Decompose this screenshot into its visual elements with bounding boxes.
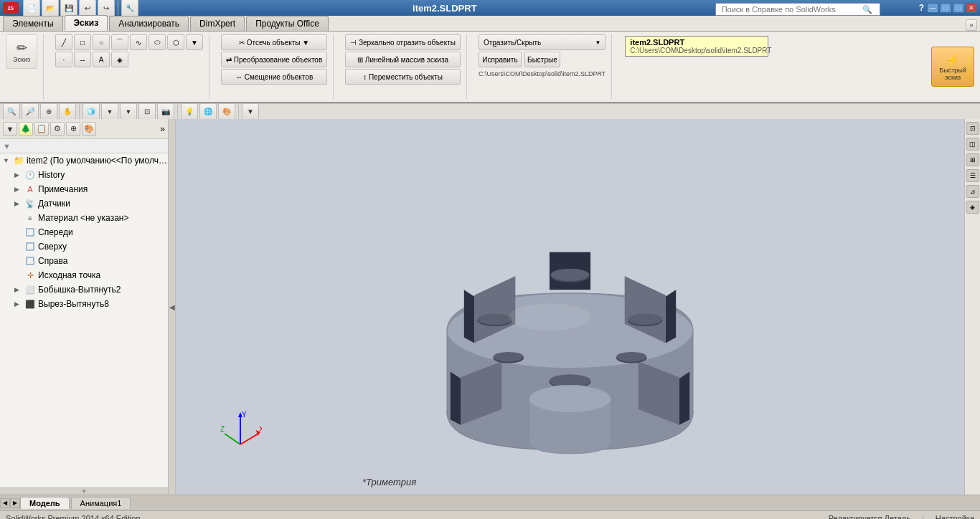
lighting-btn[interactable]: 💡 (181, 103, 198, 120)
file-info-area: item2.SLDPRT C:\Users\COM\Desktop\solid\… (623, 34, 770, 99)
svg-rect-1 (27, 243, 34, 250)
filter-icon: ▼ (3, 142, 11, 151)
tab-dimxpert[interactable]: DimXpert (190, 16, 245, 31)
tab-eskiz[interactable]: Эскиз (65, 15, 108, 31)
btn-spline[interactable]: ∿ (130, 34, 147, 50)
tree-top-item[interactable]: Сверху (0, 239, 168, 254)
sidebar-filter-btn[interactable]: ▼ (3, 122, 17, 136)
btn-circle[interactable]: ○ (93, 34, 110, 50)
btn-otsech[interactable]: ✂ Отсечь объекты ▼ (221, 34, 327, 50)
scroll-right-btn[interactable]: ▶ (10, 498, 20, 508)
btn-mirror[interactable]: ⊣ Зеркально отразить объекты (345, 34, 461, 50)
tree-front-item[interactable]: Спереди (0, 225, 168, 239)
tree-annotations-item[interactable]: ▶ A Примечания (0, 182, 168, 196)
ribbon-group-tools: Отразить/Скрыть ▼ Исправить Быстрые C:\U… (479, 34, 612, 99)
btn-arc[interactable]: ⌒ (111, 34, 128, 50)
sidebar-expand-btn[interactable]: » (160, 124, 165, 134)
appearance-btn[interactable]: 🎨 (218, 103, 235, 120)
btn-eskiz[interactable]: ✏ Эскиз (6, 34, 37, 69)
close-btn[interactable]: ✕ (966, 3, 977, 13)
rebuild-btn[interactable]: 🔧 (121, 0, 138, 16)
material-label: Материал <не указан> (38, 213, 165, 223)
btn-preobr[interactable]: ⇄ Преобразование объектов (221, 52, 327, 67)
tree-boss-item[interactable]: ▶ ⬜ Бобышка-Вытянуть2 (0, 282, 168, 297)
tab-office[interactable]: Продукты Office (246, 16, 329, 31)
btn-polygon[interactable]: ⬡ (167, 34, 184, 50)
open-btn[interactable]: 📂 (42, 0, 59, 16)
expander-root: ▼ (3, 157, 13, 164)
zoom-out-btn[interactable]: 🔎 (22, 103, 39, 120)
tab-model[interactable]: Модель (20, 497, 70, 509)
tree-cut-item[interactable]: ▶ ⬛ Вырез-Вытянуть8 (0, 297, 168, 311)
tree-material-item[interactable]: ≡ Материал <не указан> (0, 211, 168, 225)
btn-constr[interactable]: ◈ (111, 52, 128, 67)
tree-right-item[interactable]: Справа (0, 254, 168, 268)
ribbon-group-mirror: ⊣ Зеркально отразить объекты ⊞ Линейный … (345, 34, 467, 99)
tab-animation[interactable]: Анимация1 (71, 497, 131, 509)
view-orient-btn[interactable]: ▼ (120, 103, 137, 120)
tree-history-item[interactable]: ▶ 🕐 History (0, 168, 168, 182)
right-sidebar: ⊡ ◫ ⊞ ☰ ⊿ ◈ (964, 119, 980, 495)
sidebar-resize-handle[interactable]: ▼ (0, 487, 168, 495)
sidebar-appear-btn[interactable]: 🎨 (82, 122, 96, 136)
redo-btn[interactable]: ↪ (98, 0, 115, 16)
btn-point[interactable]: · (55, 52, 72, 67)
right-btn-4[interactable]: ☰ (966, 169, 979, 182)
new-btn[interactable]: 📄 (23, 0, 40, 16)
sidebar-dimxpert-btn[interactable]: ⊕ (66, 122, 80, 136)
save-btn[interactable]: 💾 (60, 0, 77, 16)
sidebar-propmgr-btn[interactable]: 📋 (34, 122, 49, 136)
collapse-sidebar-btn[interactable]: ◀ (169, 119, 176, 495)
pan-btn[interactable]: ✋ (59, 103, 76, 120)
view-3d-btn[interactable]: 🧊 (83, 103, 100, 120)
scene-btn[interactable]: 🌐 (199, 103, 217, 120)
btn-centerline[interactable]: -- (74, 52, 91, 67)
right-btn-1[interactable]: ⊡ (966, 122, 979, 135)
undo-btn[interactable]: ↩ (79, 0, 96, 16)
zoom-fit-btn[interactable]: ⊕ (40, 103, 57, 120)
search-input[interactable] (719, 4, 862, 14)
boss-label: Бобышка-Вытянуть2 (38, 285, 165, 295)
viewport[interactable]: Y X Z *Триметрия (176, 119, 964, 495)
right-btn-2[interactable]: ◫ (966, 138, 979, 151)
scroll-left-btn[interactable]: ◀ (0, 498, 10, 508)
minimize-btn[interactable]: — (927, 3, 938, 13)
tree-origin-item[interactable]: ✛ Исходная точка (0, 268, 168, 282)
svg-text:Z: Z (220, 425, 225, 433)
camera-btn[interactable]: 📷 (157, 103, 174, 120)
search-bar[interactable]: 🔍 (715, 3, 880, 16)
origin-icon: ✛ (24, 270, 36, 281)
more-view-btn[interactable]: ▼ (242, 103, 259, 120)
tab-analizirovat[interactable]: Анализировать (109, 16, 189, 31)
zoom-in-btn[interactable]: 🔍 (3, 103, 20, 120)
btn-rect[interactable]: □ (74, 34, 91, 50)
btn-ellipse[interactable]: ⬭ (149, 34, 166, 50)
btn-text[interactable]: A (93, 52, 110, 67)
sidebar-featuremgr-btn[interactable]: 🌲 (19, 122, 33, 136)
display-mode-btn[interactable]: ▼ (101, 103, 118, 120)
right-btn-6[interactable]: ◈ (966, 201, 979, 214)
sidebar-configmgr-btn[interactable]: ⚙ (50, 122, 65, 136)
right-btn-5[interactable]: ⊿ (966, 185, 979, 198)
btn-ispr[interactable]: Исправить (479, 52, 522, 67)
tab-elementy[interactable]: Элементы (3, 16, 63, 31)
btn-smeshenie[interactable]: ↔ Смещение объектов (221, 69, 327, 85)
btn-quick[interactable]: Быстрые (524, 52, 560, 67)
tab-expand-btn[interactable]: » (966, 19, 977, 31)
btn-line[interactable]: ╱ (55, 34, 72, 50)
btn-show-hide[interactable]: Отразить/Скрыть ▼ (479, 34, 606, 50)
tree-sensors-item[interactable]: ▶ 📡 Датчики (0, 196, 168, 211)
filename-label: item2.SLDPRT (630, 38, 763, 47)
btn-more-shapes[interactable]: ▼ (186, 34, 203, 50)
btn-quick-sketch[interactable]: ⚡ Быстрыйэскиз (931, 47, 974, 87)
history-label: History (38, 170, 165, 180)
restore-btn[interactable]: □ (940, 3, 951, 13)
btn-array[interactable]: ⊞ Линейный массив эскиза (345, 52, 461, 67)
maximize-btn[interactable]: □ (953, 3, 964, 13)
btn-move[interactable]: ↕ Переместить объекты (345, 69, 461, 85)
tree-root-item[interactable]: ▼ 📁 item2 (По умолчанию<<По умолч… (0, 153, 168, 168)
status-settings[interactable]: Настройка (936, 514, 974, 520)
help-icon[interactable]: ? (919, 3, 924, 13)
right-btn-3[interactable]: ⊞ (966, 153, 979, 166)
section-view-btn[interactable]: ⊡ (138, 103, 156, 120)
